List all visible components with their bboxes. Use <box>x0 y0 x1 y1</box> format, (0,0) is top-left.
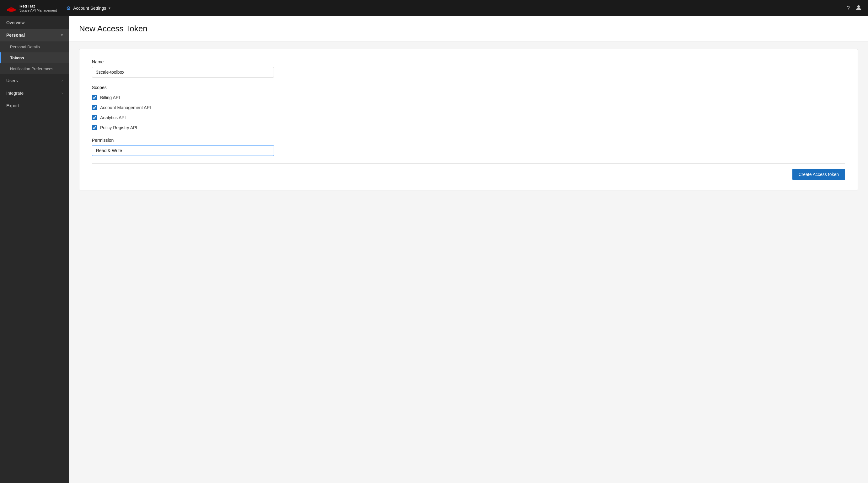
redhat-logo <box>6 4 16 12</box>
name-input[interactable] <box>92 67 274 77</box>
personal-chevron-icon: ▾ <box>61 33 63 37</box>
chevron-down-icon: ▾ <box>108 6 111 10</box>
sidebar-item-export[interactable]: Export <box>0 99 69 112</box>
scope-item-policy_registry: Policy Registry API <box>92 125 845 130</box>
sidebar-item-users[interactable]: Users › <box>0 74 69 87</box>
main-layout: Overview Personal ▾ Personal Details Tok… <box>0 16 868 483</box>
scope-item-account_mgmt: Account Management API <box>92 105 845 110</box>
redhat-hat-icon <box>6 4 16 12</box>
account-settings-label: Account Settings <box>73 6 106 11</box>
integrate-chevron-icon: › <box>62 91 63 95</box>
scope-checkbox-account_mgmt[interactable] <box>92 105 97 110</box>
scope-label-analytics: Analytics API <box>100 115 126 120</box>
scope-label-billing: Billing API <box>100 95 120 100</box>
scope-checkbox-billing[interactable] <box>92 95 97 100</box>
svg-point-1 <box>857 5 860 8</box>
export-label: Export <box>6 103 19 108</box>
users-label: Users <box>6 78 18 83</box>
name-label: Name <box>92 59 845 64</box>
brand-text: Red Hat 3scale API Management <box>20 4 57 13</box>
form-card: Name Scopes Billing APIAccount Managemen… <box>79 49 858 190</box>
integrate-label: Integrate <box>6 91 24 96</box>
help-icon[interactable]: ? <box>847 5 850 11</box>
user-icon[interactable] <box>856 4 862 12</box>
scope-label-account_mgmt: Account Management API <box>100 105 151 110</box>
name-form-group: Name <box>92 59 845 77</box>
scope-item-billing: Billing API <box>92 95 845 100</box>
brand-subtitle: 3scale API Management <box>20 8 57 12</box>
sidebar-subitem-personal-details[interactable]: Personal Details <box>0 41 69 53</box>
brand-title: Red Hat <box>20 4 57 9</box>
main-content: New Access Token Name Scopes Billing API… <box>69 16 868 483</box>
create-access-token-button[interactable]: Create Access token <box>793 169 845 180</box>
account-settings-menu[interactable]: ⚙ Account Settings ▾ <box>66 5 111 11</box>
users-chevron-icon: › <box>62 78 63 83</box>
gear-icon: ⚙ <box>66 5 71 11</box>
scope-item-analytics: Analytics API <box>92 115 845 120</box>
scopes-list: Billing APIAccount Management APIAnalyti… <box>92 95 845 130</box>
form-actions: Create Access token <box>92 163 845 180</box>
scope-label-policy_registry: Policy Registry API <box>100 125 137 130</box>
sidebar: Overview Personal ▾ Personal Details Tok… <box>0 16 69 483</box>
sidebar-subitem-notification-preferences[interactable]: Notification Preferences <box>0 63 69 74</box>
sidebar-item-overview[interactable]: Overview <box>0 16 69 29</box>
personal-label: Personal <box>6 33 25 38</box>
personal-details-label: Personal Details <box>10 44 40 49</box>
permission-label: Permission <box>92 138 845 143</box>
permission-form-group: Permission <box>92 138 845 156</box>
permission-input[interactable] <box>92 145 274 156</box>
personal-submenu: Personal Details Tokens Notification Pre… <box>0 41 69 74</box>
tokens-label: Tokens <box>10 56 24 60</box>
page-header: New Access Token <box>69 16 868 41</box>
sidebar-item-integrate[interactable]: Integrate › <box>0 87 69 99</box>
sidebar-subitem-tokens[interactable]: Tokens <box>0 53 69 63</box>
top-navigation: Red Hat 3scale API Management ⚙ Account … <box>0 0 868 16</box>
scope-checkbox-policy_registry[interactable] <box>92 125 97 130</box>
sidebar-item-personal[interactable]: Personal ▾ <box>0 29 69 41</box>
brand-logo: Red Hat 3scale API Management <box>6 4 57 13</box>
topnav-right-actions: ? <box>847 4 862 12</box>
scope-checkbox-analytics[interactable] <box>92 115 97 120</box>
overview-label: Overview <box>6 20 25 25</box>
notification-preferences-label: Notification Preferences <box>10 66 53 71</box>
page-content: Name Scopes Billing APIAccount Managemen… <box>69 41 868 483</box>
page-title: New Access Token <box>79 24 858 34</box>
scopes-title: Scopes <box>92 85 845 90</box>
scopes-section: Scopes Billing APIAccount Management API… <box>92 85 845 130</box>
